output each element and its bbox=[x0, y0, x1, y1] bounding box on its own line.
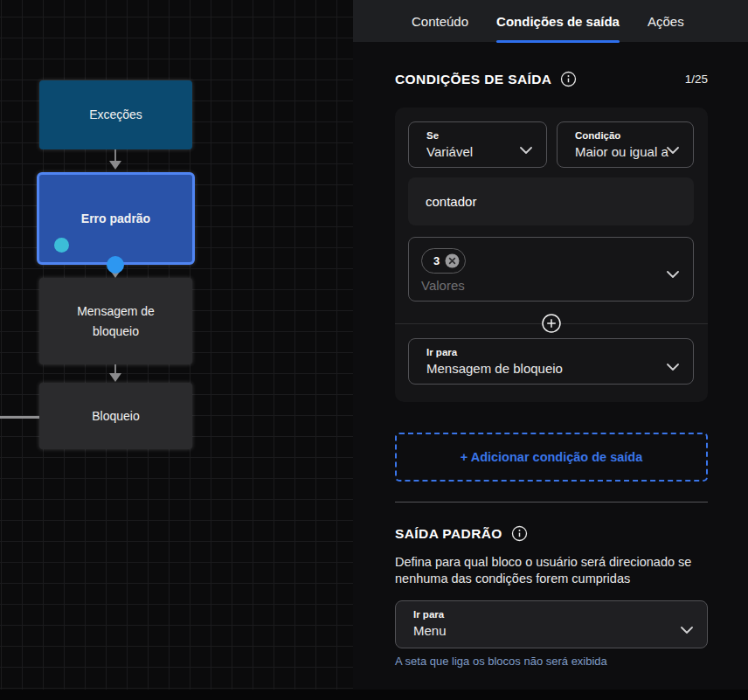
exit-conditions-header: CONDIÇÕES DE SAÍDA 1/25 bbox=[395, 71, 708, 87]
window-bottom-edge bbox=[0, 690, 748, 700]
values-placeholder: Valores bbox=[421, 278, 681, 293]
chevron-down-icon bbox=[667, 142, 679, 157]
chevron-down-icon bbox=[667, 358, 679, 374]
goto-select[interactable]: Ir para Mensagem de bloqueio bbox=[408, 338, 694, 385]
default-exit-note: A seta que liga os blocos não será exibi… bbox=[395, 655, 607, 668]
tab-label: Conteúdo bbox=[412, 14, 468, 29]
info-icon[interactable] bbox=[560, 71, 577, 87]
chip-remove-icon[interactable] bbox=[445, 253, 460, 268]
active-tab-underline bbox=[496, 40, 620, 43]
default-goto-select[interactable]: Ir para Menu bbox=[395, 600, 708, 648]
flow-block-label: Exceções bbox=[89, 105, 142, 125]
panel-tabbar: Conteúdo Condições de saída Ações bbox=[353, 0, 748, 42]
condition-counter: 1/25 bbox=[685, 73, 708, 86]
flow-block-mensagem-de-bloqueio[interactable]: Mensagem de bloqueio bbox=[39, 278, 192, 364]
chevron-down-icon bbox=[520, 142, 532, 157]
default-exit-header: SAÍDA PADRÃO bbox=[395, 525, 708, 542]
section-title: SAÍDA PADRÃO bbox=[395, 526, 502, 542]
flow-block-excecoes[interactable]: Exceções bbox=[39, 80, 192, 149]
block-config-panel: Conteúdo Condições de saída Ações CONDIÇ… bbox=[353, 0, 748, 700]
tab-acoes[interactable]: Ações bbox=[648, 0, 684, 42]
if-select[interactable]: Se Variável bbox=[408, 121, 547, 168]
value-chip-text: 3 bbox=[433, 254, 440, 267]
default-exit-description: Defina para qual bloco o usuário será di… bbox=[395, 554, 717, 587]
flow-block-label: Mensagem de bloqueio bbox=[64, 301, 168, 342]
flow-connector-arrowhead-icon bbox=[109, 161, 121, 170]
chevron-down-icon bbox=[667, 266, 679, 281]
chevron-down-icon bbox=[681, 621, 693, 637]
info-icon[interactable] bbox=[511, 525, 528, 542]
value-chip: 3 bbox=[421, 248, 466, 274]
condition-indicator-dot bbox=[54, 238, 69, 253]
default-goto-label: Ir para bbox=[413, 608, 707, 621]
add-value-row-button[interactable] bbox=[542, 314, 561, 333]
add-exit-condition-button[interactable]: + Adicionar condição de saída bbox=[395, 433, 708, 482]
goto-select-label: Ir para bbox=[426, 346, 693, 359]
incoming-connector-line bbox=[0, 416, 39, 419]
variable-input[interactable] bbox=[408, 177, 694, 225]
tab-conteudo[interactable]: Conteúdo bbox=[412, 0, 468, 42]
tab-label: Condições de saída bbox=[496, 14, 620, 29]
flow-block-label: Erro padrão bbox=[81, 209, 150, 229]
condition-card: Se Variável Condição Maior ou igual a 3 bbox=[395, 107, 708, 402]
default-goto-value: Menu bbox=[413, 622, 707, 640]
section-divider bbox=[395, 502, 708, 502]
flow-connector-arrowhead-icon bbox=[109, 373, 121, 382]
flow-block-label: Bloqueio bbox=[92, 406, 140, 426]
tab-label: Ações bbox=[648, 14, 684, 29]
flow-canvas[interactable]: Exceções Erro padrão Mensagem de bloquei… bbox=[0, 0, 353, 700]
goto-select-value: Mensagem de bloqueio bbox=[426, 360, 693, 378]
flow-builder-app: Exceções Erro padrão Mensagem de bloquei… bbox=[0, 0, 748, 700]
output-port-handle[interactable] bbox=[107, 256, 124, 274]
section-title: CONDIÇÕES DE SAÍDA bbox=[395, 72, 551, 87]
tab-condicoes-de-saida[interactable]: Condições de saída bbox=[496, 0, 620, 42]
flow-block-bloqueio[interactable]: Bloqueio bbox=[39, 383, 192, 449]
values-tag-field[interactable]: 3 Valores bbox=[408, 237, 694, 301]
operator-select[interactable]: Condição Maior ou igual a bbox=[557, 121, 694, 168]
